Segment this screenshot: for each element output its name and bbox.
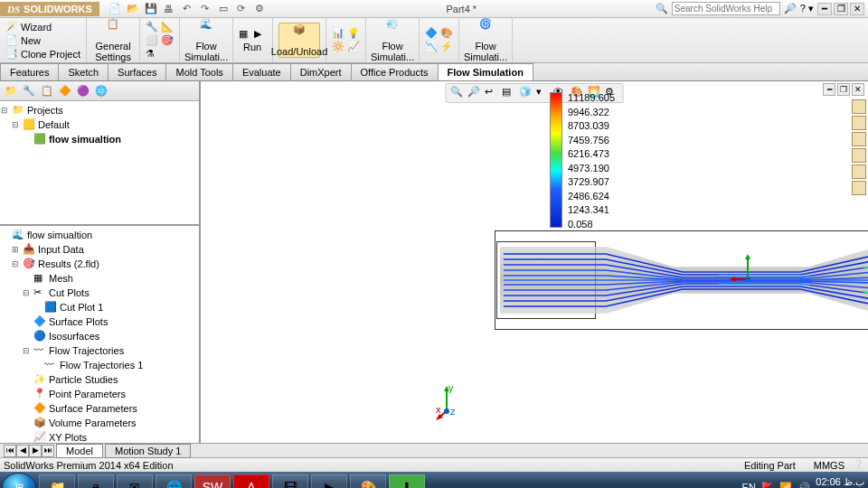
tn-cut1[interactable]: 🟦Cut Plot 1 [0, 300, 199, 314]
new-doc-icon[interactable]: 📄 [107, 2, 123, 16]
scroll-last[interactable]: ⏭ [42, 445, 54, 457]
tn-results[interactable]: ⊟🎯Results (2.fld) [0, 257, 199, 271]
tb-sw[interactable]: SW [194, 474, 231, 488]
search-go-icon[interactable]: 🔎 [784, 3, 797, 14]
tab-dimxpert[interactable]: DimXpert [290, 63, 352, 80]
open-icon[interactable]: 📂 [125, 2, 141, 16]
tab-office[interactable]: Office Products [351, 63, 439, 80]
tn-part[interactable]: ✨Particle Studies [0, 372, 199, 387]
icon-f[interactable]: 📊 [332, 27, 344, 40]
tray-clock[interactable]: 02:06 ب.ظ۲۰۱۴/۰۷/۱۰ [816, 476, 864, 488]
status-units[interactable]: MMGS [814, 460, 844, 471]
icon-l[interactable]: 📉 [425, 41, 438, 53]
tab-icon-5[interactable]: 🟣 [75, 83, 91, 99]
tab-sketch[interactable]: Sketch [58, 63, 108, 80]
icon-k[interactable]: 🎨 [440, 27, 453, 40]
help-dropdown-icon[interactable]: ? ▾ [800, 3, 814, 14]
redo-icon[interactable]: ↷ [197, 2, 213, 16]
icon-m[interactable]: ⚡ [440, 41, 453, 53]
scroll-first[interactable]: ⏮ [4, 445, 16, 457]
zoom-area-icon[interactable]: 🔎 [467, 86, 482, 100]
taskpane-lib-icon[interactable] [852, 116, 866, 130]
prev-view-icon[interactable]: ↩ [485, 86, 499, 100]
color-legend[interactable]: 11189.6059946.3228703.039 7459.7566216.4… [550, 92, 615, 230]
taskpane-explorer-icon[interactable] [852, 132, 866, 146]
taskpane-view-icon[interactable] [852, 148, 866, 163]
rebuild-icon[interactable]: ⟳ [233, 2, 250, 16]
model-tab[interactable]: Model [56, 444, 103, 458]
display-style-icon[interactable]: ▾ [536, 86, 551, 100]
tab-mold[interactable]: Mold Tools [165, 63, 232, 80]
status-help-icon[interactable]: ❔ [852, 459, 864, 471]
tn-default[interactable]: ⊟🟨Default [0, 117, 199, 132]
icon-b[interactable]: 📐 [161, 21, 174, 33]
vp-close[interactable]: ✕ [852, 83, 864, 96]
tn-iso[interactable]: 🔵Isosurfaces [0, 329, 199, 343]
new-button[interactable]: 📄New [5, 34, 80, 47]
flow-sim-button-1[interactable]: 🌊Flow Simulati... [185, 18, 227, 62]
tb-paint[interactable]: 🎨 [350, 474, 386, 488]
tn-projects[interactable]: ⊟📁Projects [0, 103, 199, 117]
zoom-fit-icon[interactable]: 🔍 [450, 86, 465, 100]
icon-d[interactable]: 🎯 [161, 34, 174, 47]
tab-evaluate[interactable]: Evaluate [232, 63, 291, 80]
tb-thunderbird[interactable]: ✉ [117, 474, 153, 488]
tn-root[interactable]: 🌊flow simualtion [0, 228, 199, 242]
wizard-button[interactable]: 🪄Wizard [5, 21, 80, 33]
run-button[interactable]: Run [239, 42, 266, 52]
tb-movie[interactable]: 🎞 [272, 474, 308, 488]
icon-a[interactable]: 🔧 [146, 21, 158, 33]
flow-sim-button-2[interactable]: 💨Flow Simulati... [372, 18, 413, 62]
tn-surf[interactable]: 🔷Surface Plots [0, 314, 199, 329]
tb-explorer[interactable]: 📁 [39, 474, 75, 488]
scroll-next[interactable]: ▶ [29, 445, 42, 457]
tab-icon-6[interactable]: 🌐 [93, 83, 109, 99]
load-unload-button[interactable]: 📦Load/Unload [278, 23, 320, 58]
tn-sim[interactable]: 🟩flow simualtion [0, 132, 199, 146]
tab-flowsim[interactable]: Flow Simulation [438, 63, 533, 80]
graphics-viewport[interactable]: 🔍 🔎 ↩ ▤ 🧊 ▾ 👁 🎨 🌅 ⚙ ━ ❐ ✕ 11189.6059946.… [201, 81, 868, 443]
tn-flow[interactable]: ⊟〰Flow Trajectories [0, 343, 199, 358]
view-triad[interactable]: y x z [436, 384, 472, 420]
tray-flag-icon[interactable]: 🚩 [761, 482, 774, 489]
icon-i[interactable]: 📈 [347, 41, 360, 53]
taskpane-prop-icon[interactable] [852, 181, 866, 195]
minimize-button[interactable]: ━ [817, 3, 832, 15]
icon-c[interactable]: ⬜ [146, 34, 158, 47]
tb-ie[interactable]: e [78, 474, 114, 488]
tab-icon-2[interactable]: 🔧 [21, 83, 37, 99]
tn-surfp[interactable]: 🔶Surface Parameters [0, 401, 199, 416]
print-icon[interactable]: 🖶 [161, 2, 177, 16]
icon-j[interactable]: 🔷 [425, 27, 438, 40]
undo-icon[interactable]: ↶ [179, 2, 195, 16]
close-button[interactable]: ✕ [850, 3, 864, 15]
tab-features[interactable]: Features [0, 63, 59, 80]
tn-point[interactable]: 📍Point Parameters [0, 387, 199, 401]
scroll-prev[interactable]: ◀ [16, 445, 29, 457]
tab-icon-1[interactable]: 📁 [3, 83, 19, 99]
start-button[interactable]: ⊞ [2, 473, 36, 488]
tb-media[interactable]: ▶ [311, 474, 347, 488]
restore-button[interactable]: ❐ [834, 3, 848, 15]
flow-sim-button-3[interactable]: 🌀Flow Simulati... [465, 18, 506, 62]
tn-volp[interactable]: 📦Volume Parameters [0, 416, 199, 430]
icon-g[interactable]: 💡 [347, 27, 360, 40]
tab-icon-4[interactable]: 🔶 [57, 83, 73, 99]
motion-tab[interactable]: Motion Study 1 [105, 444, 191, 458]
section-icon[interactable]: ▤ [502, 86, 516, 100]
tab-icon-3[interactable]: 📋 [39, 83, 55, 99]
general-settings-button[interactable]: 📋General Settings [92, 18, 134, 62]
tab-surfaces[interactable]: Surfaces [108, 63, 166, 80]
tb-idm[interactable]: ⬇ [389, 474, 425, 488]
tn-mesh[interactable]: ▦Mesh [0, 271, 199, 286]
play-icon[interactable]: ▶ [254, 28, 267, 41]
clone-button[interactable]: 📑Clone Project [5, 48, 80, 61]
tn-xy[interactable]: 📈XY Plots [0, 430, 199, 443]
tb-acrobat[interactable]: A [233, 474, 269, 488]
tn-flow1[interactable]: 〰Flow Trajectories 1 [0, 358, 199, 372]
taskpane-appearance-icon[interactable] [852, 164, 866, 179]
view-orient-icon[interactable]: 🧊 [519, 86, 533, 100]
select-icon[interactable]: ▭ [215, 2, 231, 16]
tn-cut[interactable]: ⊟✂Cut Plots [0, 286, 199, 300]
icon-e[interactable]: ⚗ [146, 48, 158, 61]
